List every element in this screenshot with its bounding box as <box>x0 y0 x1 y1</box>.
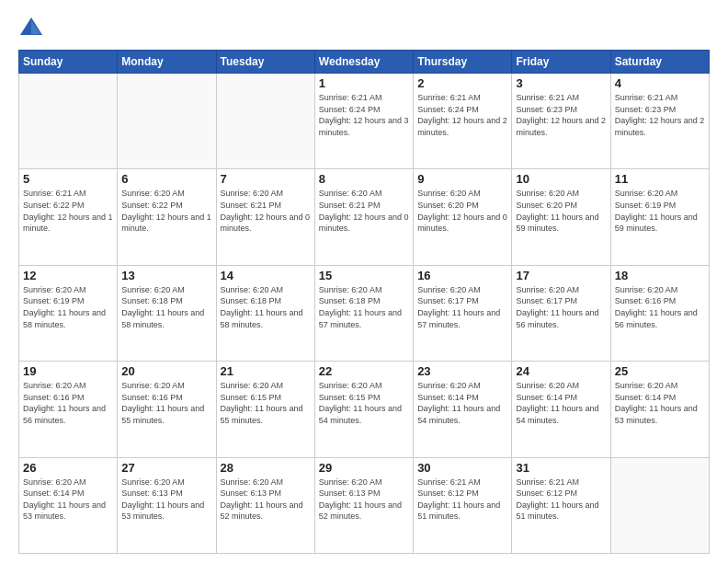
calendar-cell: 12Sunrise: 6:20 AM Sunset: 6:19 PM Dayli… <box>19 265 118 361</box>
calendar-cell: 14Sunrise: 6:20 AM Sunset: 6:18 PM Dayli… <box>216 265 314 361</box>
calendar-cell: 16Sunrise: 6:20 AM Sunset: 6:17 PM Dayli… <box>414 265 512 361</box>
day-info: Sunrise: 6:21 AM Sunset: 6:23 PM Dayligh… <box>516 92 606 138</box>
day-info: Sunrise: 6:20 AM Sunset: 6:21 PM Dayligh… <box>319 188 409 234</box>
day-info: Sunrise: 6:21 AM Sunset: 6:24 PM Dayligh… <box>319 92 409 138</box>
day-info: Sunrise: 6:20 AM Sunset: 6:13 PM Dayligh… <box>319 477 409 523</box>
day-number: 7 <box>221 172 311 186</box>
day-number: 4 <box>615 76 705 90</box>
day-number: 18 <box>615 269 705 282</box>
calendar-cell: 10Sunrise: 6:20 AM Sunset: 6:20 PM Dayli… <box>512 169 610 265</box>
day-info: Sunrise: 6:20 AM Sunset: 6:18 PM Dayligh… <box>319 284 409 330</box>
calendar-cell: 29Sunrise: 6:20 AM Sunset: 6:13 PM Dayli… <box>314 457 413 553</box>
day-info: Sunrise: 6:21 AM Sunset: 6:23 PM Dayligh… <box>615 92 705 138</box>
logo <box>18 15 48 40</box>
day-number: 8 <box>319 172 409 186</box>
calendar-cell: 11Sunrise: 6:20 AM Sunset: 6:19 PM Dayli… <box>610 169 709 265</box>
day-info: Sunrise: 6:20 AM Sunset: 6:15 PM Dayligh… <box>319 380 409 426</box>
day-info: Sunrise: 6:20 AM Sunset: 6:14 PM Dayligh… <box>417 380 507 426</box>
day-number: 21 <box>221 364 311 378</box>
day-info: Sunrise: 6:20 AM Sunset: 6:16 PM Dayligh… <box>615 284 705 330</box>
day-number: 17 <box>516 269 606 282</box>
day-number: 3 <box>516 76 606 90</box>
calendar-cell: 26Sunrise: 6:20 AM Sunset: 6:14 PM Dayli… <box>19 457 118 553</box>
header <box>18 15 710 40</box>
calendar-cell: 27Sunrise: 6:20 AM Sunset: 6:13 PM Dayli… <box>118 457 216 553</box>
day-number: 13 <box>121 269 211 282</box>
day-info: Sunrise: 6:20 AM Sunset: 6:19 PM Dayligh… <box>23 284 113 330</box>
day-info: Sunrise: 6:20 AM Sunset: 6:17 PM Dayligh… <box>516 284 606 330</box>
calendar-cell: 30Sunrise: 6:21 AM Sunset: 6:12 PM Dayli… <box>414 457 512 553</box>
weekday-header-monday: Monday <box>118 51 216 74</box>
day-number: 24 <box>516 364 606 378</box>
calendar-cell: 18Sunrise: 6:20 AM Sunset: 6:16 PM Dayli… <box>610 265 709 361</box>
week-row-0: 1Sunrise: 6:21 AM Sunset: 6:24 PM Daylig… <box>19 74 710 169</box>
logo-icon <box>18 15 44 40</box>
day-info: Sunrise: 6:20 AM Sunset: 6:20 PM Dayligh… <box>516 188 606 234</box>
day-info: Sunrise: 6:21 AM Sunset: 6:12 PM Dayligh… <box>516 477 606 523</box>
calendar-cell: 7Sunrise: 6:20 AM Sunset: 6:21 PM Daylig… <box>216 169 314 265</box>
day-number: 26 <box>23 461 113 475</box>
day-info: Sunrise: 6:20 AM Sunset: 6:13 PM Dayligh… <box>121 477 211 523</box>
day-number: 16 <box>417 269 507 282</box>
day-info: Sunrise: 6:20 AM Sunset: 6:17 PM Dayligh… <box>417 284 507 330</box>
week-row-3: 19Sunrise: 6:20 AM Sunset: 6:16 PM Dayli… <box>19 362 710 457</box>
day-number: 12 <box>23 269 113 282</box>
week-row-4: 26Sunrise: 6:20 AM Sunset: 6:14 PM Dayli… <box>19 457 710 553</box>
day-number: 30 <box>417 461 507 475</box>
calendar-cell: 23Sunrise: 6:20 AM Sunset: 6:14 PM Dayli… <box>414 362 512 457</box>
day-info: Sunrise: 6:20 AM Sunset: 6:13 PM Dayligh… <box>221 477 311 523</box>
day-info: Sunrise: 6:21 AM Sunset: 6:24 PM Dayligh… <box>417 92 507 138</box>
day-info: Sunrise: 6:20 AM Sunset: 6:15 PM Dayligh… <box>221 380 311 426</box>
calendar-cell: 3Sunrise: 6:21 AM Sunset: 6:23 PM Daylig… <box>512 74 610 169</box>
calendar-table: SundayMondayTuesdayWednesdayThursdayFrid… <box>18 50 710 554</box>
day-number: 19 <box>23 364 113 378</box>
weekday-header-row: SundayMondayTuesdayWednesdayThursdayFrid… <box>19 51 710 74</box>
calendar-cell: 24Sunrise: 6:20 AM Sunset: 6:14 PM Dayli… <box>512 362 610 457</box>
calendar-cell: 2Sunrise: 6:21 AM Sunset: 6:24 PM Daylig… <box>414 74 512 169</box>
day-number: 29 <box>319 461 409 475</box>
day-number: 20 <box>121 364 211 378</box>
day-number: 11 <box>615 172 705 186</box>
calendar-cell: 17Sunrise: 6:20 AM Sunset: 6:17 PM Dayli… <box>512 265 610 361</box>
calendar-cell: 28Sunrise: 6:20 AM Sunset: 6:13 PM Dayli… <box>216 457 314 553</box>
calendar-cell <box>19 74 118 169</box>
day-number: 23 <box>417 364 507 378</box>
calendar-cell: 1Sunrise: 6:21 AM Sunset: 6:24 PM Daylig… <box>314 74 413 169</box>
calendar-cell: 5Sunrise: 6:21 AM Sunset: 6:22 PM Daylig… <box>19 169 118 265</box>
calendar-cell <box>216 74 314 169</box>
calendar-cell: 9Sunrise: 6:20 AM Sunset: 6:20 PM Daylig… <box>414 169 512 265</box>
day-number: 25 <box>615 364 705 378</box>
week-row-2: 12Sunrise: 6:20 AM Sunset: 6:19 PM Dayli… <box>19 265 710 361</box>
calendar-cell: 15Sunrise: 6:20 AM Sunset: 6:18 PM Dayli… <box>314 265 413 361</box>
day-number: 27 <box>121 461 211 475</box>
calendar-cell: 13Sunrise: 6:20 AM Sunset: 6:18 PM Dayli… <box>118 265 216 361</box>
day-number: 10 <box>516 172 606 186</box>
day-info: Sunrise: 6:20 AM Sunset: 6:20 PM Dayligh… <box>417 188 507 234</box>
day-info: Sunrise: 6:20 AM Sunset: 6:14 PM Dayligh… <box>516 380 606 426</box>
day-info: Sunrise: 6:20 AM Sunset: 6:18 PM Dayligh… <box>121 284 211 330</box>
weekday-header-saturday: Saturday <box>610 51 709 74</box>
day-number: 31 <box>516 461 606 475</box>
calendar-cell: 21Sunrise: 6:20 AM Sunset: 6:15 PM Dayli… <box>216 362 314 457</box>
page: SundayMondayTuesdayWednesdayThursdayFrid… <box>0 0 728 563</box>
day-number: 1 <box>319 76 409 90</box>
day-info: Sunrise: 6:20 AM Sunset: 6:22 PM Dayligh… <box>121 188 211 234</box>
svg-marker-1 <box>31 20 40 34</box>
day-info: Sunrise: 6:21 AM Sunset: 6:22 PM Dayligh… <box>23 188 113 234</box>
day-number: 6 <box>121 172 211 186</box>
calendar-cell: 4Sunrise: 6:21 AM Sunset: 6:23 PM Daylig… <box>610 74 709 169</box>
calendar-cell: 22Sunrise: 6:20 AM Sunset: 6:15 PM Dayli… <box>314 362 413 457</box>
day-info: Sunrise: 6:20 AM Sunset: 6:16 PM Dayligh… <box>23 380 113 426</box>
weekday-header-sunday: Sunday <box>19 51 118 74</box>
week-row-1: 5Sunrise: 6:21 AM Sunset: 6:22 PM Daylig… <box>19 169 710 265</box>
day-info: Sunrise: 6:20 AM Sunset: 6:14 PM Dayligh… <box>615 380 705 426</box>
day-number: 5 <box>23 172 113 186</box>
day-number: 15 <box>319 269 409 282</box>
day-number: 9 <box>417 172 507 186</box>
calendar-cell: 31Sunrise: 6:21 AM Sunset: 6:12 PM Dayli… <box>512 457 610 553</box>
calendar-cell: 20Sunrise: 6:20 AM Sunset: 6:16 PM Dayli… <box>118 362 216 457</box>
calendar-cell: 25Sunrise: 6:20 AM Sunset: 6:14 PM Dayli… <box>610 362 709 457</box>
day-info: Sunrise: 6:20 AM Sunset: 6:18 PM Dayligh… <box>221 284 311 330</box>
day-info: Sunrise: 6:20 AM Sunset: 6:14 PM Dayligh… <box>23 477 113 523</box>
weekday-header-tuesday: Tuesday <box>216 51 314 74</box>
